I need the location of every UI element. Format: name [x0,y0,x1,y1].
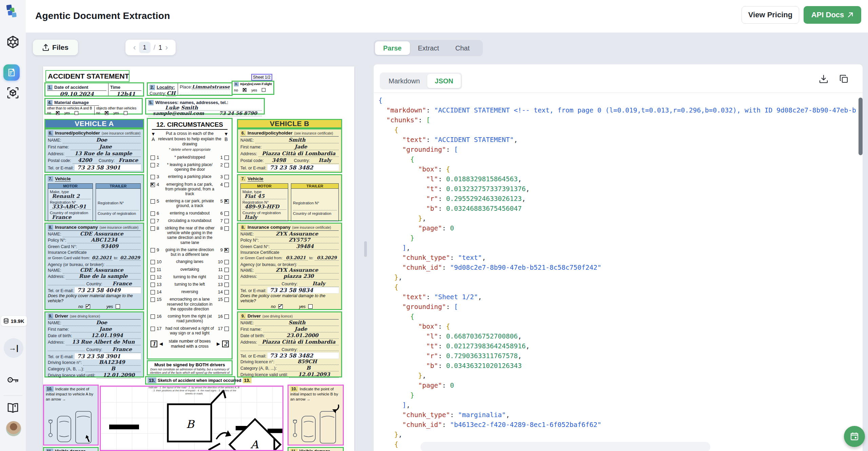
row-item: NAME:Smith [240,138,339,143]
database-icon [3,318,9,324]
row-item: 14 reversing 14 [151,289,229,294]
extract-tool-icon [7,68,16,77]
row-item: First name:Jane [48,327,141,332]
row-item: Insurance Certificate [240,250,339,255]
impact-a-box: 10.Indicate the point of initial impact … [43,385,99,446]
row-item: Insurance Certificate [48,250,141,255]
row-item: Country:France [48,346,141,353]
api-docs-button[interactable]: API Docs [804,6,861,24]
row-item: Driving licence n°:859CH [240,359,339,365]
row-item: or Green Card valid from:02.2021to:02.20… [48,255,141,261]
vehicle-b-insured: 6.Insured/policyholder(see insurance cer… [237,128,342,173]
row-item: 5 entering a car park, private ground, a… [151,199,229,208]
doc-sheet-badge: Sheet 1/2 [251,74,272,81]
row-item: 3 entering a parking place 3 [151,174,229,179]
row-item: 4 emerging from a car park, from private… [151,182,229,196]
row-item: 7 circulating a roundabout 7 [151,218,229,223]
row-item: First name:Jade [240,144,339,150]
logo-icon [6,4,20,19]
total-pages: 1 [158,44,162,52]
row-item: Driving licence valid until:12.01.2093 [240,372,339,378]
row-item: Driving licence n°:BA12349 [48,360,141,366]
row-item: 9 going in the same direction but in a d… [151,247,229,257]
view-markdown[interactable]: Markdown [381,74,427,88]
files-button[interactable]: Files [33,40,78,55]
row-item: Policy N°:ABC1234 [48,238,141,243]
row-item: 17 had not observed a right of way sign … [151,326,229,335]
credits-badge[interactable]: 19.9K [1,315,27,326]
vehicle-a-insured: 6.Insured/policyholder(see insurance cer… [44,128,144,173]
download-icon[interactable] [818,74,829,84]
visible-damage-a: 11.Visible damage to vehicle A: [43,447,99,451]
upload-icon [42,44,49,51]
row-item: NAME:Smith [240,320,339,326]
row-item: Address:13 Rue de la sample [48,151,141,157]
row-item: Address:13 Rue Albert de Mun [48,340,141,345]
schedule-chat-fab[interactable] [844,426,865,447]
vehicle-b-insurance: 8.Insurance company(see insurance certif… [237,223,342,310]
vehicle-b-vehicle: 7.Vehicle MOTOR Make, type Fiat 45 Regis… [237,174,342,221]
signed-note-box: Must be signed by BOTH drivers Does not … [147,360,233,375]
page-navigator: ‹ 1 / 1 › [125,40,176,55]
vehicle-a-vehicle: 7.Vehicle MOTOR Make, type Renault 2 Reg… [44,174,144,221]
collapse-sidebar-button[interactable]: →| [4,338,23,358]
sidebar-item-extraction-active[interactable] [3,64,20,81]
row-item: Country:France [48,280,141,287]
document-page: ACCIDENT STATEMENT Sheet 1/2 1.Date of a… [43,66,354,451]
row-item: 10 changing lanes 10 [151,259,229,264]
row-item: NAME:Doe [48,138,141,143]
app-logo[interactable] [5,3,21,20]
book-icon [7,403,19,413]
row-item: NAME:ZYX Assurance [240,268,339,273]
api-docs-label: API Docs [811,11,844,19]
row-item: Category (A, B, ...):B [240,366,339,371]
tab-chat[interactable]: Chat [447,41,478,55]
prev-page-button[interactable]: ‹ [133,43,136,52]
sidebar-item-scan[interactable] [3,85,23,100]
collapse-icon: →| [9,344,18,352]
panel-resize-handle[interactable] [364,241,367,257]
row-item: Address:Piazza Città di Lombardia [240,340,339,345]
impact-b-box: 10.Indicate the point of initial impact … [288,385,344,446]
key-icon [7,375,19,385]
calendar-icon [850,432,859,441]
view-pricing-button[interactable]: View Pricing [742,6,799,24]
sidebar-item-docs[interactable] [6,402,20,414]
sketch-header: 13. Sketch of accident when impact occur… [145,376,235,385]
row-item: Tel. or E-mail:73 23 58 3901 [48,353,141,359]
copy-icon[interactable] [839,74,849,84]
circumstances-box: 12. CIRCUMSTANCES ▼A Put a cross in each… [147,118,233,360]
doc-box-witnesses: 5.Witnesses: names, addresses, tel.: Luk… [145,98,265,115]
header: Agentic Document Extraction View Pricing… [26,0,868,33]
hex-hub-icon [6,35,20,49]
sidebar-item-hub[interactable] [3,35,23,49]
vehicle-b-band: VEHICLE B [237,119,342,128]
row-item: Address:piazza 230 [240,274,339,280]
vehicle-b-driver: 9.Driver(see driving licence) NAME:Smith… [237,311,342,377]
sketch-drawing: B A [101,387,282,450]
tab-extract[interactable]: Extract [410,41,447,55]
doc-box-date: 1.Date of accident 09.10.2024 Time 12h41 [44,82,144,97]
sidebar-item-api-keys[interactable] [6,374,20,386]
current-page: 1 [139,42,151,53]
row-item: 15 encroaching on a lane reserved for ci… [151,297,229,311]
row-item: Green Card N°:93409 [48,244,141,250]
row-item: NAME:ZYX Assurance [240,231,339,237]
row-item: Address:Piazza Città di Lombardia [240,151,339,157]
result-toolbar: Markdown JSON [374,64,863,93]
tab-parse[interactable]: Parse [375,41,410,55]
row-item: Postal code:3498Country:Italy [240,158,339,164]
next-page-button[interactable]: › [165,43,168,52]
result-card: Markdown JSON { "markdown": "ACCIDENT ST… [374,64,863,451]
view-json[interactable]: JSON [427,74,460,88]
row-item: Tel. or E-mail:73 23 58 4049 [48,287,141,293]
svg-text:B: B [186,418,195,431]
row-item: 1 * parked/stopped 1 [151,155,229,160]
row-item: Country:Italy [240,280,339,287]
row-item: 13 turning to the left 13 [151,282,229,287]
scrollbar-thumb[interactable] [859,98,863,155]
doc-box-material: 4.Material damage other than to vehicles… [44,98,143,115]
row-item: 8 striking the rear of the other vehicle… [151,226,229,245]
avatar[interactable] [6,421,21,436]
doc-title: ACCIDENT STATEMENT [45,70,130,82]
